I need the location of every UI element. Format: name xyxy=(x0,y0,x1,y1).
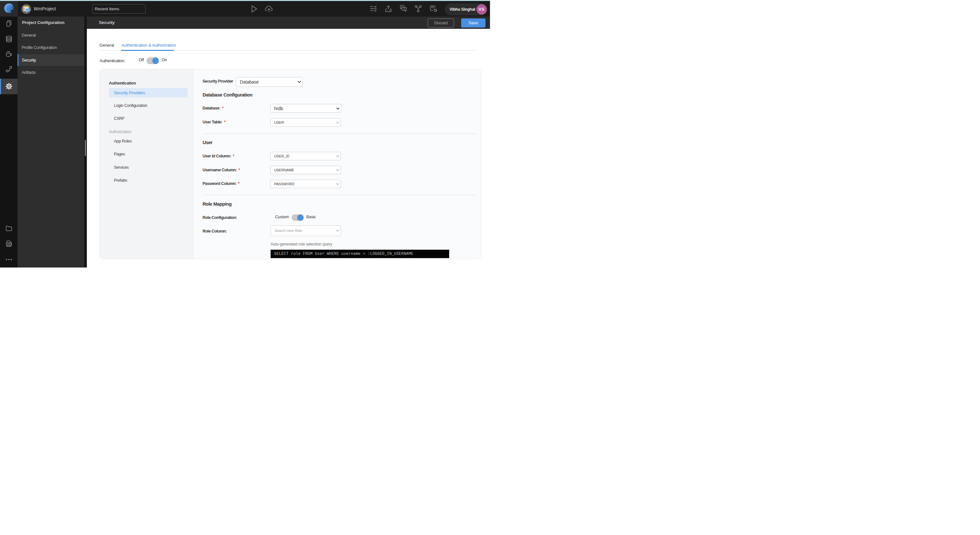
svg-text:文: 文 xyxy=(403,8,406,10)
svg-text:LOG: LOG xyxy=(7,243,11,245)
